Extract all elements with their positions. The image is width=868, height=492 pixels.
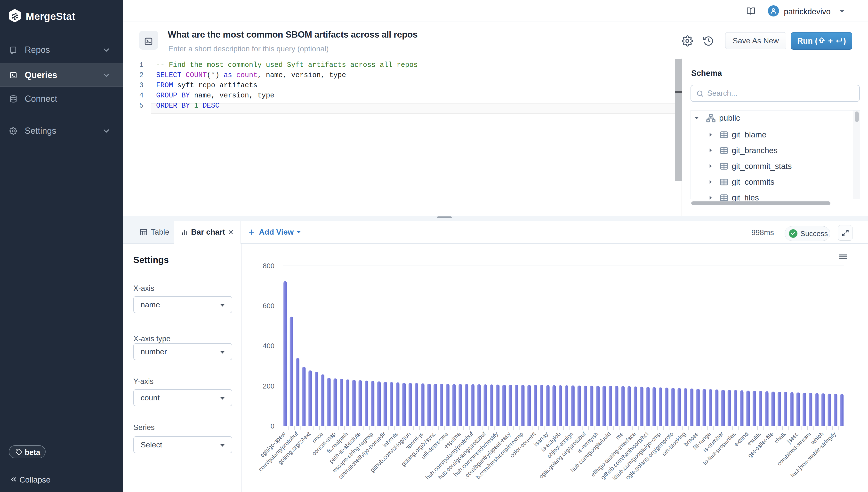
svg-text:400: 400: [263, 342, 274, 350]
svg-text:200: 200: [263, 382, 274, 390]
svg-text:chalk: chalk: [773, 430, 787, 445]
svg-text:0: 0: [271, 422, 274, 430]
svg-text:800: 800: [263, 262, 274, 270]
svg-text:extend: extend: [733, 430, 750, 447]
svg-text:ms: ms: [614, 430, 625, 441]
svg-text:600: 600: [263, 302, 274, 310]
